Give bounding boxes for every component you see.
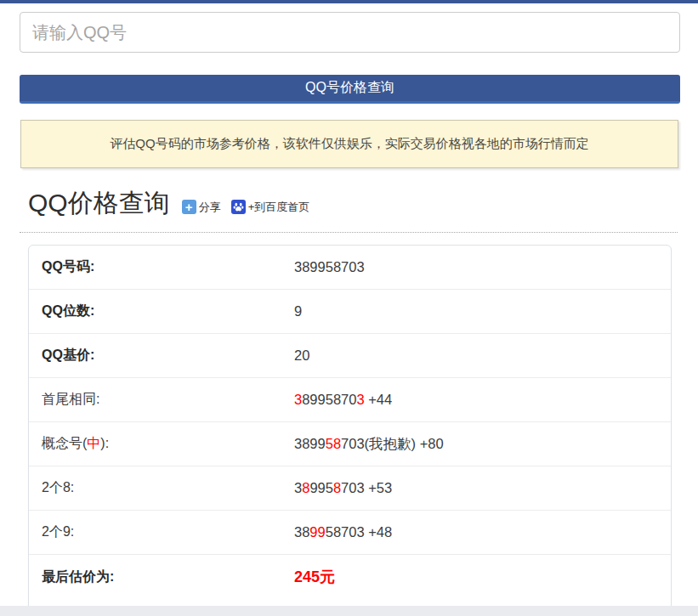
plain-text: QQ位数: [42, 303, 94, 318]
row-label: QQ位数: [42, 302, 294, 320]
plain-text: 3 [294, 480, 302, 495]
plain-text: QQ号码: [42, 259, 94, 274]
highlighted-text: 8 [302, 480, 309, 495]
row-value: 389958703(我抱歉) +80 [294, 435, 444, 454]
highlighted-text: 8 [333, 480, 341, 495]
plain-text: ): [100, 436, 109, 450]
plain-text: 995 [309, 480, 333, 495]
share-plus-icon[interactable]: + [182, 200, 196, 214]
footer-strip [0, 606, 698, 616]
highlighted-text: 3 [356, 392, 364, 407]
plain-text: 概念号( [42, 436, 87, 450]
disclaimer-notice: 评估QQ号码的市场参考价格，该软件仅供娱乐，实际交易价格视各地的市场行情而定 [20, 120, 678, 168]
row-label: QQ号码: [42, 258, 294, 276]
plain-text: 703 +53 [341, 480, 392, 495]
query-price-button[interactable]: QQ号价格查询 [20, 75, 680, 104]
price-table: QQ号码:389958703QQ位数:9QQ基价:20首尾相同:38995870… [28, 245, 672, 610]
plain-text: 9 [294, 303, 302, 319]
row-value: 389958703 +44 [294, 392, 392, 408]
disclaimer-text: 评估QQ号码的市场参考价格，该软件仅供娱乐，实际交易价格视各地的市场行情而定 [110, 136, 588, 152]
plain-text: 703(我抱歉) +80 [341, 436, 444, 451]
qq-price-page: QQ号价格查询 评估QQ号码的市场参考价格，该软件仅供娱乐，实际交易价格视各地的… [0, 0, 698, 616]
qq-number-input[interactable] [20, 12, 680, 53]
dotted-divider [20, 232, 678, 233]
row-value: 20 [294, 348, 309, 364]
row-label: 2个9: [42, 523, 294, 541]
row-value: 9 [294, 303, 302, 319]
row-value: 389958703 +48 [294, 524, 392, 540]
table-row-two-nines: 2个9:389958703 +48 [29, 511, 671, 555]
baidu-paw-icon[interactable] [231, 200, 246, 214]
plain-text: 20 [294, 348, 309, 363]
plain-text: 2个9: [42, 524, 74, 539]
plain-text: 58703 +48 [326, 524, 392, 540]
page-title: QQ价格查询 [28, 186, 170, 221]
row-label: 最后估价为: [42, 568, 294, 586]
plain-text: 3899 [294, 436, 326, 451]
table-row-final-estimate: 最后估价为:245元 [29, 555, 671, 599]
highlighted-text: 99 [309, 524, 325, 540]
top-accent-bar [0, 0, 698, 3]
plain-text: QQ基价: [42, 348, 94, 362]
plain-text: 8995870 [302, 392, 356, 407]
plain-text: 38 [294, 524, 309, 540]
table-row-qq-base-price: QQ基价:20 [29, 334, 671, 378]
highlighted-text: 3 [294, 392, 302, 407]
paw-glyph [233, 201, 244, 212]
table-row-first-last-same: 首尾相同:389958703 +44 [29, 378, 671, 422]
highlighted-text: 245元 [294, 568, 335, 585]
header-row: QQ价格查询 + 分享 +到百度首页 [28, 186, 678, 221]
row-label: QQ基价: [42, 347, 294, 365]
plain-text: +44 [365, 392, 393, 407]
row-value: 389958703 [294, 259, 365, 275]
plain-text: 389958703 [294, 259, 365, 274]
highlighted-text: 58 [326, 436, 341, 451]
share-label[interactable]: 分享 [199, 200, 221, 215]
table-row-qq-number: QQ号码:389958703 [29, 246, 671, 290]
row-value: 245元 [294, 567, 335, 587]
plain-text: 2个8: [42, 480, 74, 494]
row-value: 389958703 +53 [294, 480, 392, 496]
table-row-concept-number: 概念号(中):389958703(我抱歉) +80 [29, 422, 671, 466]
baidu-home-button[interactable]: +到百度首页 [231, 200, 310, 215]
baidu-home-label[interactable]: +到百度首页 [248, 200, 310, 215]
table-row-qq-digits: QQ位数:9 [29, 290, 671, 334]
highlighted-text: 中 [87, 436, 100, 450]
share-button[interactable]: + 分享 [182, 200, 221, 215]
plain-text: 首尾相同: [42, 392, 99, 406]
row-label: 首尾相同: [42, 391, 294, 409]
row-label: 概念号(中): [42, 435, 294, 453]
plain-text: 最后估价为: [42, 569, 114, 584]
table-row-two-eights: 2个8:389958703 +53 [29, 466, 671, 511]
row-label: 2个8: [42, 479, 294, 497]
